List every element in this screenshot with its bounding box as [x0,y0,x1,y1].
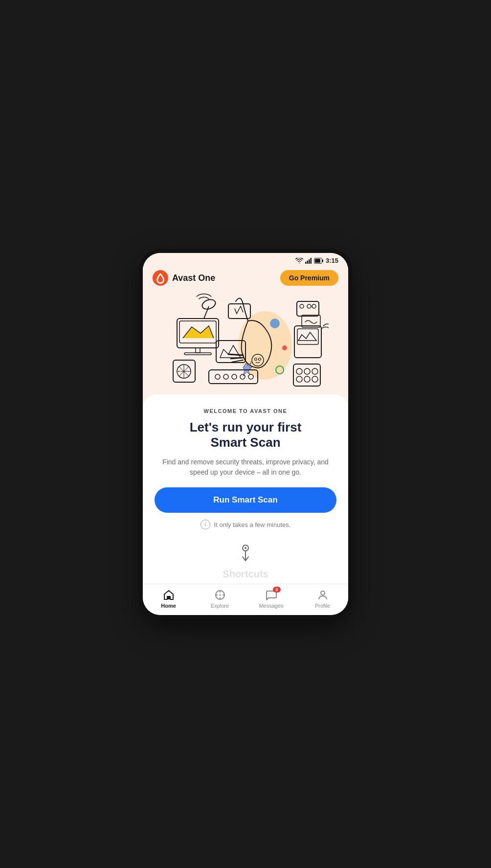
svg-rect-1 [307,260,308,264]
main-heading: Let's run your first Smart Scan [155,420,336,450]
logo-text: Avast One [172,273,215,283]
svg-rect-2 [309,259,310,264]
info-row: i It only takes a few minutes. [155,520,336,529]
svg-point-28 [304,368,310,374]
svg-rect-15 [228,304,250,319]
svg-point-27 [296,368,302,374]
svg-rect-20 [297,301,319,316]
signal-icon [305,258,312,264]
svg-point-18 [282,345,287,350]
nav-label-explore: Explore [211,603,229,609]
profile-icon [316,589,329,601]
svg-point-32 [312,376,318,382]
sub-description: Find and remove security threats, improv… [159,457,332,478]
nav-label-profile: Profile [315,603,330,609]
nav-item-explore[interactable]: Explore [194,589,246,609]
avast-logo-icon [153,270,168,286]
svg-point-23 [312,304,316,308]
main-content: Avast One Go Premium [143,266,348,597]
message-badge: 3 [273,587,281,593]
nav-label-home: Home [161,603,176,609]
svg-point-43 [215,374,220,379]
go-premium-button[interactable]: Go Premium [280,270,338,286]
app-header: Avast One Go Premium [143,266,348,292]
svg-point-44 [223,374,228,379]
svg-point-17 [270,319,280,328]
svg-rect-12 [184,353,211,355]
svg-rect-26 [293,364,320,386]
heading-line1: Let's run your first [190,420,302,434]
nav-item-messages[interactable]: 3 Messages [246,589,297,609]
svg-rect-11 [196,348,200,353]
svg-point-54 [219,594,221,596]
nav-item-home[interactable]: Home [143,589,194,609]
hero-illustration [162,292,329,389]
run-smart-scan-button[interactable]: Run Smart Scan [155,487,336,513]
info-text: It only takes a few minutes. [214,521,291,528]
shortcuts-icon-area [155,542,336,567]
nav-item-profile[interactable]: Profile [297,589,348,609]
status-bar: 3:15 [143,253,348,266]
status-time: 3:15 [326,257,338,264]
svg-point-55 [321,591,325,595]
nav-label-messages: Messages [259,603,283,609]
welcome-label: WELCOME TO AVAST ONE [155,408,336,414]
svg-rect-5 [322,259,323,262]
shortcuts-peek: Shortcuts [155,538,336,582]
svg-point-14 [201,298,217,311]
home-icon [162,589,175,601]
svg-point-30 [296,376,302,382]
svg-rect-24 [294,326,321,358]
wifi-icon [295,258,303,264]
bottom-nav: Home Explore 3 Messages [143,584,348,615]
svg-point-47 [248,374,253,379]
messages-icon: 3 [265,589,278,601]
svg-line-13 [204,306,209,319]
svg-point-29 [312,368,318,374]
phone-frame: 3:15 Avast One Go Premium [143,253,348,615]
content-area: WELCOME TO AVAST ONE Let's run your firs… [143,394,348,592]
logo-area: Avast One [153,270,215,286]
status-icons: 3:15 [295,257,338,264]
svg-point-45 [232,374,237,379]
svg-rect-3 [310,258,312,264]
svg-point-50 [245,547,246,549]
svg-rect-52 [167,596,170,599]
svg-point-46 [240,374,245,379]
svg-point-31 [304,376,310,382]
svg-point-22 [307,304,311,308]
svg-rect-0 [305,262,307,264]
explore-icon [214,589,226,601]
illustration-area [143,292,348,394]
shortcuts-icon [238,542,253,567]
shortcuts-label: Shortcuts [155,569,336,580]
heading-highlight: Smart Scan [210,435,280,450]
battery-icon [314,258,324,264]
svg-rect-6 [315,259,320,263]
svg-point-21 [300,304,304,308]
info-icon: i [201,520,210,529]
